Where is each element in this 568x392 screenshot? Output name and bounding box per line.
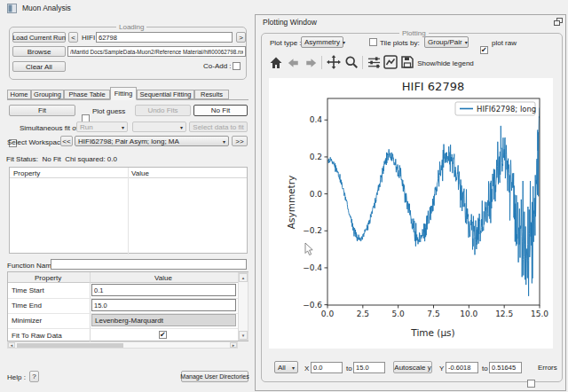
function-property-header: Property: [13, 169, 40, 177]
plot-selector-dropdown[interactable]: All▾: [274, 361, 298, 373]
select-data-to-fit-button[interactable]: Select data to fit: [189, 122, 248, 132]
svg-text:0.4: 0.4: [310, 115, 323, 124]
tile-plots-label: Tile plots by:: [380, 39, 420, 47]
tile-plots-checkbox[interactable]: [369, 38, 377, 46]
errors-label: Errors: [538, 364, 557, 372]
setting-row-property: Time Start: [12, 286, 44, 294]
hscroll-thumb[interactable]: [17, 343, 123, 348]
svg-text:10.0: 10.0: [460, 310, 477, 318]
svg-text:15.0: 15.0: [531, 310, 548, 318]
simultaneous-value-dropdown[interactable]: ▾: [132, 122, 186, 132]
plot-type-dropdown[interactable]: Asymmetry▾: [301, 36, 343, 48]
tab-results[interactable]: Results: [194, 90, 229, 99]
back-icon[interactable]: [287, 57, 300, 69]
function-value-header: Value: [131, 169, 149, 177]
errors-checkbox[interactable]: [527, 380, 535, 388]
plotting-window-title: Plotting Window: [263, 18, 317, 27]
to-label: to: [346, 365, 352, 372]
settings-vscrollbar[interactable]: ▴ ▾: [238, 272, 248, 341]
y-max-input[interactable]: [489, 362, 522, 373]
help-button[interactable]: ?: [29, 371, 39, 382]
chevron-down-icon: ▾: [119, 124, 124, 130]
time-end-input[interactable]: [91, 299, 236, 311]
fit-to-raw-data-checkbox[interactable]: [159, 331, 167, 339]
plot-legend[interactable]: HIFI62798; long: [455, 102, 536, 115]
time-start-input[interactable]: [91, 284, 236, 296]
browse-button[interactable]: Browse: [12, 46, 66, 57]
svg-text:−0.2: −0.2: [303, 226, 322, 235]
save-icon[interactable]: [400, 55, 414, 69]
fit-button[interactable]: Fit: [9, 105, 75, 116]
customize-plot-icon[interactable]: [383, 55, 398, 69]
svg-text:0.2: 0.2: [310, 153, 322, 161]
x-min-input[interactable]: [311, 362, 343, 373]
tab-grouping[interactable]: Grouping: [31, 90, 64, 99]
tab-fitting[interactable]: Fitting: [110, 87, 137, 100]
subplots-config-icon[interactable]: [367, 56, 381, 69]
scroll-down-icon[interactable]: ▾: [239, 331, 248, 340]
no-fit-button[interactable]: No Fit: [193, 105, 248, 116]
settings-hscrollbar[interactable]: ◂ ▸: [7, 341, 238, 349]
file-path-field[interactable]: [67, 46, 246, 57]
home-icon[interactable]: [269, 56, 283, 70]
show-hide-legend-button[interactable]: Show/hide legend: [417, 58, 474, 68]
undo-fits-button[interactable]: Undo Fits: [135, 105, 191, 116]
column-divider: [90, 272, 91, 342]
scroll-up-icon[interactable]: ▴: [239, 273, 248, 282]
load-current-run-button[interactable]: Load Current Run: [12, 32, 66, 43]
y-axis-label: Asymmetry: [286, 176, 296, 229]
previous-run-button[interactable]: <: [68, 32, 78, 43]
svg-text:2.5: 2.5: [357, 310, 369, 318]
plot-raw-label: plot raw: [492, 39, 517, 47]
plot-figure[interactable]: 0.02.55.07.510.012.515.00.40.20.0−0.2−0.…: [269, 78, 553, 349]
muon-analysis-window: Muon Analysis Loading Load Current Run <…: [0, 0, 253, 392]
next-run-button[interactable]: >: [236, 32, 246, 43]
coadd-checkbox[interactable]: [233, 62, 241, 70]
run-number-input[interactable]: [96, 32, 233, 43]
chevron-down-icon: ▾: [340, 39, 345, 45]
coadd-label: Co-Add :: [203, 62, 232, 70]
select-workspace-label: Select Workspace: [7, 138, 64, 146]
muon-analysis-icon: [7, 4, 17, 13]
loading-group-label: Loading: [116, 23, 146, 31]
chevron-down-icon: ▾: [462, 39, 468, 45]
forward-icon[interactable]: [304, 57, 318, 69]
tab-phase-table[interactable]: Phase Table: [64, 90, 110, 99]
scroll-left-icon[interactable]: ◂: [8, 342, 15, 348]
settings-header-row: Property Value: [8, 272, 238, 283]
tab-sequential-fitting[interactable]: Sequential Fitting: [137, 90, 194, 99]
float-window-icon[interactable]: [554, 18, 563, 26]
workspace-dropdown[interactable]: HIFI62798; Pair Asym; long; MA▾: [75, 136, 229, 146]
tile-by-dropdown[interactable]: Group/Pair▾: [424, 36, 469, 48]
workspace-prev-button[interactable]: <<: [60, 136, 73, 146]
scroll-right-icon[interactable]: ▸: [230, 342, 237, 348]
simultaneous-run-dropdown[interactable]: Run▾: [76, 122, 128, 132]
svg-text:0.0: 0.0: [310, 190, 323, 199]
x-range-label: X: [304, 365, 309, 372]
to-label: to: [482, 365, 488, 372]
plot-type-label: Plot type :: [270, 39, 302, 47]
setting-row-property: Time End: [12, 302, 42, 310]
fit-status-text: Fit Status: No Fit Chi squared: 0.0: [6, 155, 117, 163]
manage-user-directories-button[interactable]: Manage User Directories: [181, 371, 248, 382]
autoscale-y-button[interactable]: Autoscale y: [393, 361, 432, 373]
workspace-next-button[interactable]: >>: [232, 136, 248, 146]
minimizer-select[interactable]: Levenberg-Marquardt: [91, 314, 236, 326]
tab-bar: Home Grouping Phase Table Fitting Sequen…: [7, 89, 248, 100]
x-max-input[interactable]: [353, 362, 385, 373]
pan-icon[interactable]: [327, 55, 341, 69]
zoom-icon[interactable]: [344, 55, 359, 69]
plot-guess-label: Plot guess: [92, 107, 125, 115]
plot-raw-checkbox[interactable]: [480, 46, 488, 54]
svg-text:5.0: 5.0: [392, 310, 406, 318]
plot-title: HIFI 62798: [402, 80, 464, 93]
x-axis-label: Time (μs): [410, 327, 454, 338]
function-name-input[interactable]: [51, 259, 247, 270]
svg-text:−0.4: −0.4: [303, 263, 322, 272]
settings-property-header: Property: [35, 274, 61, 282]
chevron-down-icon: ▾: [178, 124, 183, 130]
clear-all-button[interactable]: Clear All: [12, 61, 66, 72]
tab-home[interactable]: Home: [7, 90, 31, 99]
y-min-input[interactable]: [446, 362, 478, 373]
function-browser-table[interactable]: Property Value: [9, 167, 248, 254]
